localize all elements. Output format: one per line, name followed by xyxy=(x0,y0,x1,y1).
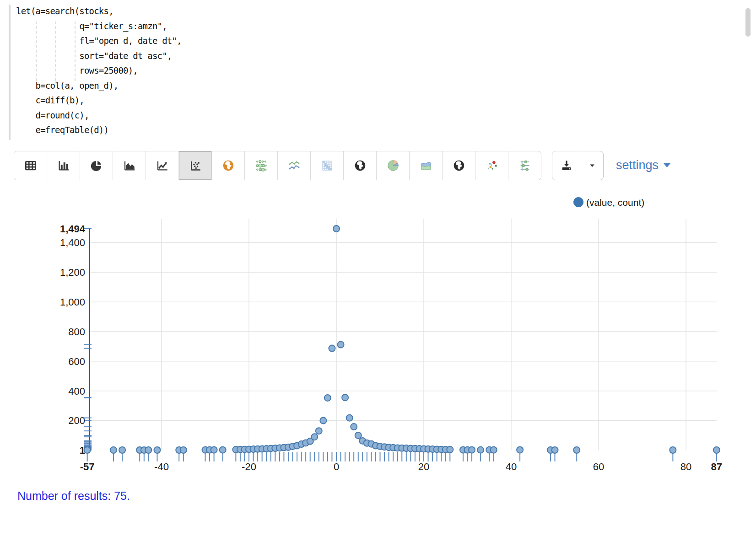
svg-text:60: 60 xyxy=(593,461,604,472)
caret-down-icon xyxy=(587,160,598,171)
code-paragraph: let(a=search(stocks, q="ticker_s:amzn", … xyxy=(0,3,756,144)
legend-dot xyxy=(573,197,583,207)
legend-label: (value, count) xyxy=(586,197,644,208)
area-chart-icon xyxy=(123,159,136,172)
indent-guide xyxy=(75,21,76,81)
heatmap-icon xyxy=(320,159,334,172)
bar-chart-icon xyxy=(57,159,70,172)
download-button[interactable] xyxy=(552,151,581,180)
svg-text:200: 200 xyxy=(68,415,85,426)
globe-dark-2-button[interactable] xyxy=(442,151,475,180)
svg-text:1,000: 1,000 xyxy=(60,296,85,308)
svg-text:800: 800 xyxy=(68,326,85,338)
bubble-grid-icon xyxy=(254,159,268,172)
globe-orange-button[interactable] xyxy=(211,151,244,180)
heatmap-button[interactable] xyxy=(310,151,343,180)
globe-dark-button[interactable] xyxy=(343,151,376,180)
scatter-plot-button[interactable] xyxy=(178,151,211,180)
svg-text:1,200: 1,200 xyxy=(60,267,85,278)
area-pastel-button[interactable] xyxy=(409,151,442,180)
bar-chart-button[interactable] xyxy=(47,151,80,180)
parallel-coords-button[interactable] xyxy=(508,151,541,180)
svg-text:1,400: 1,400 xyxy=(60,237,85,248)
settings-button[interactable]: settings xyxy=(616,151,671,179)
area-pastel-icon xyxy=(419,159,433,172)
svg-text:-57: -57 xyxy=(80,461,95,472)
table-icon xyxy=(24,159,38,172)
globe-dark-icon xyxy=(353,159,367,172)
svg-text:1: 1 xyxy=(80,445,85,456)
indent-guide xyxy=(36,21,37,81)
bubble-grid-button[interactable] xyxy=(244,151,277,180)
pie-chart-button[interactable] xyxy=(80,151,113,180)
indent-guide xyxy=(55,21,56,81)
svg-text:0: 0 xyxy=(334,461,339,472)
svg-text:87: 87 xyxy=(711,461,722,472)
editor-scrollbar[interactable] xyxy=(745,8,751,37)
svg-text:1,494: 1,494 xyxy=(60,223,86,235)
svg-text:600: 600 xyxy=(68,356,85,367)
svg-text:20: 20 xyxy=(418,461,429,472)
svg-text:-20: -20 xyxy=(242,461,256,472)
globe-dark-2-icon xyxy=(452,159,466,172)
svg-text:400: 400 xyxy=(68,386,85,397)
download-options-caret-button[interactable] xyxy=(581,151,603,180)
multi-line-chart-icon xyxy=(287,159,301,172)
download-button-group xyxy=(552,151,604,180)
chart-type-toolbar xyxy=(14,151,541,180)
editor-gutter xyxy=(9,5,11,140)
scatter-chart: 2004006008001,0001,2001,40011,494-40-200… xyxy=(0,188,756,485)
table-button[interactable] xyxy=(14,151,47,180)
results-count: Number of results: 75. xyxy=(17,489,130,503)
caret-down-icon xyxy=(663,163,671,167)
download-icon xyxy=(560,159,573,172)
code-editor[interactable]: let(a=search(stocks, q="ticker_s:amzn", … xyxy=(16,4,182,138)
pie-chart-icon xyxy=(90,159,103,172)
scatter-plot-icon xyxy=(189,159,202,172)
pie-pastel-icon xyxy=(386,159,400,172)
line-chart-icon xyxy=(156,159,169,172)
scatter-color-icon xyxy=(485,159,499,172)
svg-text:40: 40 xyxy=(506,461,517,472)
settings-label: settings xyxy=(616,158,659,172)
globe-orange-icon xyxy=(221,159,235,172)
svg-text:80: 80 xyxy=(680,461,691,472)
pie-pastel-button[interactable] xyxy=(376,151,409,180)
svg-text:-40: -40 xyxy=(154,461,169,472)
scatter-color-button[interactable] xyxy=(475,151,508,180)
line-chart-button[interactable] xyxy=(146,151,178,180)
area-chart-button[interactable] xyxy=(113,151,146,180)
parallel-coords-icon xyxy=(518,159,532,172)
multi-line-chart-button[interactable] xyxy=(277,151,310,180)
